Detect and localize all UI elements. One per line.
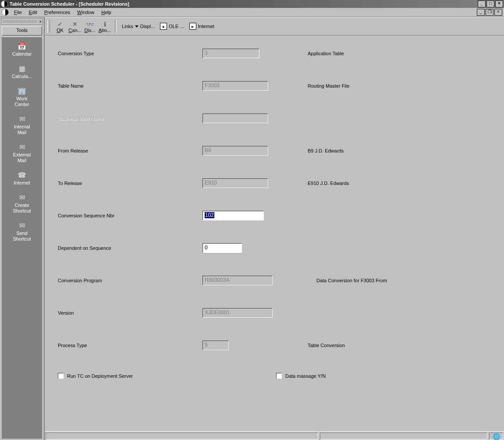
field-input-7: R893003A	[202, 276, 273, 285]
sidebar-icon-6: ✉	[17, 193, 27, 202]
ole-label: OLE ...	[169, 24, 184, 29]
sidebar-item-7[interactable]: ✉SendShortcut	[2, 218, 42, 246]
toolbar: ✓ OK ✕ Can... 👓 Dis... ℹ Abo... Links Di…	[45, 17, 504, 35]
x-icon: ✕	[67, 21, 82, 28]
cancel-button[interactable]: ✕ Can...	[67, 20, 82, 33]
form-row-6: Dependent on Sequence0	[58, 243, 495, 253]
field-input-3: B9	[202, 146, 268, 156]
sidebar: × Tools 📅Calendar▦Calcula...🏢WorkCenter✉…	[0, 17, 45, 440]
field-label-4: To Release	[58, 181, 202, 186]
sidebar-label-3: InternalMail	[2, 124, 42, 135]
data-massage-checkbox[interactable]	[276, 373, 282, 379]
form-row-8: VersionXJDE0001	[58, 308, 495, 318]
field-input-6[interactable]: 0	[202, 243, 242, 253]
maximize-button[interactable]: □	[486, 0, 494, 7]
sidebar-grip[interactable]: ×	[1, 18, 43, 25]
sidebar-label-1: Calcula...	[2, 74, 42, 79]
about-button[interactable]: ℹ Abo...	[97, 20, 112, 33]
about-icon: ℹ	[97, 21, 112, 28]
title-bar: Table Conversion Scheduler - [Scheduler …	[0, 0, 504, 8]
run-tc-label: Run TC on Deployment Server	[67, 373, 133, 379]
sidebar-label-2: WorkCenter	[2, 96, 42, 107]
field-label-1: Table Name	[58, 83, 202, 89]
chevron-down-icon	[135, 25, 138, 28]
sidebar-label-7: SendShortcut	[2, 231, 42, 242]
binoculars-icon: 👓	[82, 21, 97, 28]
sidebar-item-6[interactable]: ✉CreateShortcut	[2, 190, 42, 218]
field-desc-9: Table Conversion	[308, 343, 345, 348]
form-row-0: Conversion Type3Application Table	[58, 49, 495, 58]
mdi-minimize-button[interactable]: _	[477, 9, 485, 16]
ole-button[interactable]: ▸ OLE ...	[157, 23, 186, 30]
form-row-2: Business View Name	[58, 114, 495, 123]
sidebar-item-2[interactable]: 🏢WorkCenter	[2, 84, 42, 112]
field-label-8: Version	[58, 310, 202, 316]
mdi-restore-button[interactable]: ❐	[486, 9, 493, 16]
status-bar: 🌐	[45, 431, 504, 440]
field-input-4: E910	[202, 178, 268, 188]
sidebar-label-0: Calendar	[2, 51, 42, 57]
field-label-6: Dependent on Sequence	[58, 245, 202, 251]
run-tc-checkbox[interactable]	[58, 373, 64, 379]
menu-help[interactable]: Help	[98, 9, 115, 16]
ok-button[interactable]: ✓ OK	[53, 20, 67, 33]
menu-preferences[interactable]: Preferences	[41, 9, 74, 16]
field-label-0: Conversion Type	[58, 51, 202, 56]
links-dropdown[interactable]: Links Displ...	[119, 24, 157, 29]
form-row-3: From ReleaseB9B9 J.D. Edwards	[58, 146, 495, 156]
close-button[interactable]: ×	[495, 0, 503, 7]
form-row-9: Process Type5Table Conversion	[58, 341, 495, 350]
data-massage-label: Data massage Y/N	[285, 373, 326, 379]
links-label: Links	[122, 24, 133, 29]
field-input-0: 3	[202, 49, 259, 58]
sidebar-item-3[interactable]: ✉InternalMail	[2, 112, 42, 140]
field-label-3: From Release	[58, 148, 202, 153]
form-row-4: To ReleaseE910E910 J.D. Edwards	[58, 178, 495, 188]
sidebar-icon-1: ▦	[17, 64, 27, 73]
menu-file[interactable]: File	[11, 9, 25, 16]
field-desc-0: Application Table	[308, 51, 344, 56]
field-input-8: XJDE0001	[202, 308, 273, 318]
field-input-5[interactable]: 102	[202, 211, 264, 220]
mdi-icon[interactable]	[2, 9, 9, 16]
check-icon: ✓	[53, 21, 67, 28]
sidebar-icon-2: 🏢	[17, 86, 27, 95]
sidebar-icon-0: 📅	[17, 42, 27, 50]
displ-label: Displ...	[140, 24, 155, 29]
sidebar-item-0[interactable]: 📅Calendar	[2, 39, 42, 61]
sidebar-item-1[interactable]: ▦Calcula...	[2, 61, 42, 84]
field-label-7: Conversion Program	[58, 278, 202, 283]
status-cell-2	[320, 433, 487, 440]
sidebar-label-6: CreateShortcut	[2, 202, 42, 214]
status-cell-1	[46, 433, 318, 440]
sidebar-icon-5: ☎	[17, 170, 27, 179]
sidebar-icon-7: ✉	[17, 221, 27, 230]
window-title: Table Conversion Scheduler - [Scheduler …	[10, 1, 477, 7]
form-row-1: Table NameF3003Routing Master File	[58, 81, 495, 91]
field-input-9: 5	[202, 341, 229, 350]
sidebar-icon-4: ✉	[17, 142, 27, 151]
display-button[interactable]: 👓 Dis...	[82, 20, 97, 33]
field-desc-7: Data Conversion for F3003 From	[316, 278, 387, 283]
minimize-button[interactable]: _	[478, 0, 486, 7]
form-row-5: Conversion Sequence Nbr102	[58, 211, 495, 220]
field-input-1: F3003	[202, 81, 268, 91]
field-input-2	[202, 114, 268, 123]
internet-label: Internet	[198, 24, 214, 29]
sidebar-item-4[interactable]: ✉ExternalMail	[2, 140, 42, 168]
menu-edit[interactable]: Edit	[25, 9, 41, 16]
field-desc-1: Routing Master File	[308, 83, 349, 89]
sidebar-label-4: ExternalMail	[2, 152, 42, 163]
menu-window[interactable]: Window	[74, 9, 98, 16]
toolbar-grip[interactable]	[47, 20, 50, 33]
field-desc-4: E910 J.D. Edwards	[308, 181, 349, 186]
mdi-close-button[interactable]: ×	[494, 9, 502, 16]
field-label-5: Conversion Sequence Nbr	[58, 213, 202, 218]
sidebar-header[interactable]: Tools	[2, 26, 42, 35]
form-row-7: Conversion ProgramR893003AData Conversio…	[58, 276, 495, 285]
sidebar-item-5[interactable]: ☎Internet	[2, 168, 42, 190]
form-area: Conversion Type3Application TableTable N…	[45, 35, 504, 431]
sidebar-close-icon[interactable]: ×	[39, 19, 42, 24]
internet-button[interactable]: ▸ Internet	[187, 23, 217, 30]
sidebar-label-5: Internet	[2, 180, 42, 186]
